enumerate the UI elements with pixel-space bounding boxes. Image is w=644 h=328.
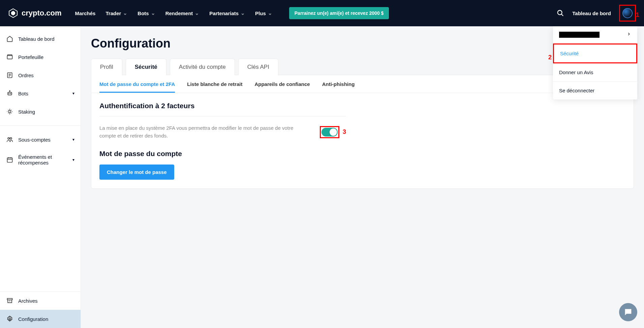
chevron-down-icon: ⌄ bbox=[151, 10, 155, 16]
sidebar-label: Portefeuille bbox=[18, 54, 43, 60]
staking-icon bbox=[6, 108, 13, 115]
svg-rect-21 bbox=[7, 298, 12, 300]
svg-line-3 bbox=[561, 14, 563, 16]
home-icon bbox=[6, 35, 13, 42]
chevron-right-icon bbox=[626, 32, 631, 38]
sidebar-item-archives[interactable]: Archives bbox=[0, 292, 81, 310]
toggle-knob bbox=[330, 128, 337, 136]
user-menu: Sécurité Donner un Avis Se déconnecter bbox=[553, 26, 637, 99]
sidebar-item-configuration[interactable]: Configuration bbox=[0, 310, 81, 328]
svg-point-2 bbox=[558, 10, 562, 15]
subtab-password-2fa[interactable]: Mot de passe du compte et 2FA bbox=[99, 81, 175, 93]
bot-icon bbox=[6, 90, 13, 97]
sidebar-label: Sous-comptes bbox=[18, 137, 51, 143]
nav-trader[interactable]: Trader⌄ bbox=[105, 10, 127, 16]
panel: Mot de passe du compte et 2FA Liste blan… bbox=[91, 75, 634, 189]
config-tabs: Profil Sécurité Activité du compte Clés … bbox=[91, 59, 634, 75]
chevron-down-icon: ▾ bbox=[72, 157, 74, 162]
logo-icon bbox=[8, 8, 18, 18]
sidebar-item-wallet[interactable]: Portefeuille bbox=[0, 48, 81, 66]
nav-rendement[interactable]: Rendement⌄ bbox=[165, 10, 200, 16]
subtabs: Mot de passe du compte et 2FA Liste blan… bbox=[91, 75, 634, 93]
nav-menu: Marchés Trader⌄ Bots⌄ Rendement⌄ Partena… bbox=[75, 7, 389, 19]
chevron-down-icon: ⌄ bbox=[123, 10, 127, 16]
menu-item-securite[interactable]: Sécurité bbox=[553, 43, 637, 63]
promo-button[interactable]: Parrainez un(e) ami(e) et recevez 2000 $ bbox=[289, 7, 389, 19]
chevron-down-icon: ⌄ bbox=[241, 10, 245, 16]
sidebar-label: Tableau de bord bbox=[18, 36, 55, 42]
sidebar-label: Événements et récompenses bbox=[18, 154, 68, 166]
user-menu-header[interactable] bbox=[553, 26, 637, 43]
top-navbar: crypto.com Marchés Trader⌄ Bots⌄ Rendeme… bbox=[0, 0, 644, 26]
orders-icon bbox=[6, 71, 13, 79]
svg-point-16 bbox=[10, 138, 12, 139]
sidebar-item-staking[interactable]: Staking bbox=[0, 102, 81, 121]
sidebar-label: Ordres bbox=[18, 72, 34, 78]
tab-activite[interactable]: Activité du compte bbox=[170, 59, 235, 75]
sidebar-label: Configuration bbox=[18, 316, 48, 322]
menu-item-feedback[interactable]: Donner un Avis bbox=[553, 63, 637, 81]
page-title: Configuration bbox=[91, 36, 634, 51]
annotation-box-3 bbox=[320, 126, 339, 138]
sidebar-item-events[interactable]: Événements et récompenses ▾ bbox=[0, 149, 81, 171]
chevron-down-icon: ▾ bbox=[72, 137, 74, 142]
annotation-1: 1 bbox=[636, 11, 639, 19]
chevron-down-icon: ⌄ bbox=[268, 10, 272, 16]
svg-marker-1 bbox=[11, 11, 15, 16]
svg-point-13 bbox=[9, 91, 10, 91]
sidebar-label: Bots bbox=[18, 91, 28, 96]
chevron-down-icon: ▾ bbox=[72, 91, 74, 96]
brand-text: crypto.com bbox=[22, 9, 62, 18]
svg-point-15 bbox=[8, 138, 9, 139]
svg-point-14 bbox=[9, 111, 11, 113]
sidebar-item-bots[interactable]: Bots ▾ bbox=[0, 84, 81, 102]
sidebar: Tableau de bord Portefeuille Ordres Bots… bbox=[0, 26, 81, 328]
nav-plus[interactable]: Plus⌄ bbox=[255, 10, 272, 16]
subtab-antiphishing[interactable]: Anti-phishing bbox=[322, 81, 355, 93]
subtab-whitelist[interactable]: Liste blanche de retrait bbox=[187, 81, 242, 93]
twofa-section: Authentification à 2 facteurs La mise en… bbox=[91, 93, 354, 188]
annotation-3: 3 bbox=[343, 128, 346, 136]
search-icon[interactable] bbox=[557, 9, 564, 17]
users-icon bbox=[6, 136, 13, 143]
chat-widget[interactable] bbox=[619, 303, 637, 321]
gear-icon bbox=[6, 315, 13, 323]
brand-logo[interactable]: crypto.com bbox=[8, 8, 62, 18]
tab-securite[interactable]: Sécurité bbox=[126, 59, 166, 75]
annotation-2: 2 bbox=[548, 54, 552, 61]
user-email-redacted bbox=[559, 32, 600, 38]
sidebar-item-orders[interactable]: Ordres bbox=[0, 66, 81, 84]
chat-icon bbox=[623, 307, 633, 317]
nav-marches[interactable]: Marchés bbox=[75, 10, 96, 16]
menu-item-logout[interactable]: Se déconnecter bbox=[553, 82, 637, 99]
archive-icon bbox=[6, 297, 13, 304]
sidebar-item-dashboard[interactable]: Tableau de bord bbox=[0, 30, 81, 48]
tab-cles-api[interactable]: Clés API bbox=[238, 59, 278, 75]
twofa-title: Authentification à 2 facteurs bbox=[99, 102, 346, 116]
sidebar-label: Archives bbox=[18, 298, 38, 304]
subtab-trusted-devices[interactable]: Appareils de confiance bbox=[254, 81, 310, 93]
nav-partenariats[interactable]: Partenariats⌄ bbox=[209, 10, 245, 16]
sidebar-item-subaccounts[interactable]: Sous-comptes ▾ bbox=[0, 130, 81, 149]
svg-rect-17 bbox=[7, 158, 12, 162]
twofa-toggle[interactable] bbox=[321, 128, 338, 137]
change-password-button[interactable]: Changer le mot de passe bbox=[99, 165, 174, 180]
tab-profil[interactable]: Profil bbox=[91, 59, 122, 75]
dashboard-link[interactable]: Tableau de bord bbox=[572, 10, 611, 16]
twofa-description: La mise en place du système 2FA vous per… bbox=[99, 124, 308, 140]
svg-rect-4 bbox=[7, 56, 12, 59]
svg-point-10 bbox=[9, 93, 9, 94]
password-title: Mot de passe du compte bbox=[99, 150, 346, 158]
svg-point-23 bbox=[9, 318, 11, 320]
chevron-down-icon: ⌄ bbox=[195, 10, 199, 16]
sidebar-label: Staking bbox=[18, 109, 35, 115]
avatar-icon bbox=[622, 8, 633, 18]
wallet-icon bbox=[6, 53, 13, 61]
calendar-icon bbox=[6, 156, 13, 163]
svg-point-11 bbox=[10, 93, 11, 94]
nav-bots[interactable]: Bots⌄ bbox=[137, 10, 155, 16]
user-avatar[interactable] bbox=[619, 5, 636, 22]
nav-right: Tableau de bord bbox=[557, 5, 636, 22]
